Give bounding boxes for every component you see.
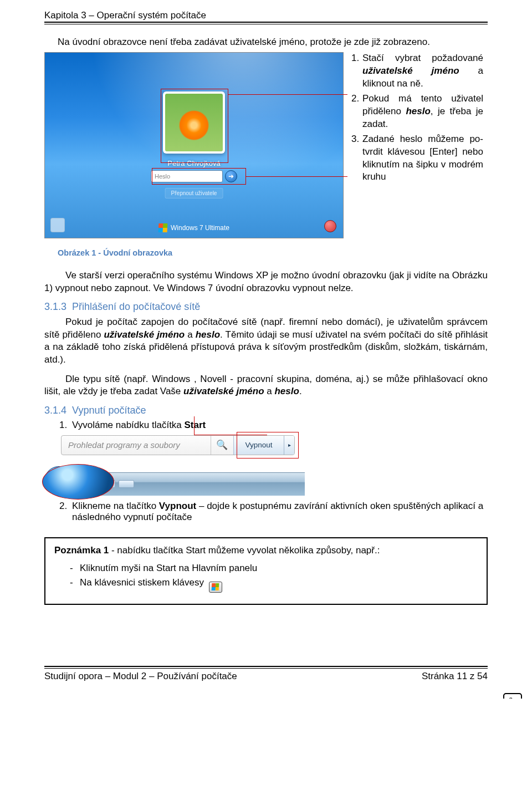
- shutdown-step-2: Klikneme na tlačítko Vypnout – dojde k p…: [70, 501, 488, 523]
- windows-logo-icon: [52, 475, 65, 487]
- taskbar-icon[interactable]: [119, 480, 134, 488]
- password-input[interactable]: Heslo: [151, 170, 223, 182]
- margin-note-icon: ✎: [503, 693, 522, 699]
- paragraph-xp: Ve starší verzi operačního systému Windo…: [44, 269, 488, 294]
- heading-title: Vypnutí počítače: [72, 405, 146, 416]
- page-header: Kapitola 3 – Operační systém počítače: [44, 0, 488, 24]
- heading-314: 3.1.4Vypnutí počítače: [44, 405, 488, 416]
- page-footer: Studijní opora – Modul 2 – Používání poč…: [44, 666, 488, 682]
- pencil-icon: ✎: [508, 695, 518, 699]
- taskbar-icon[interactable]: [81, 480, 96, 488]
- note-title-line: Poznámka 1 - nabídku tlačítka Start může…: [54, 545, 478, 556]
- heading-title: Přihlášení do počítačové sítě: [72, 301, 200, 312]
- start-menu-figure: Prohledat programy a soubory 🔍 Vypnout ▸: [44, 432, 488, 501]
- side-step-2: Pokud má tento uživatel přiděleno heslo,…: [351, 93, 483, 131]
- windows-edition-text: Windows 7 Ultimate: [171, 224, 229, 232]
- windows-logo-icon: [158, 223, 168, 232]
- user-avatar-image: [165, 94, 223, 151]
- user-tile[interactable]: [163, 91, 225, 154]
- header-text: Kapitola 3 – Operační systém počítače: [44, 10, 206, 21]
- note-box: Poznámka 1 - nabídku tlačítka Start může…: [44, 537, 488, 605]
- footer-right: Stránka 11 z 54: [422, 671, 488, 682]
- paragraph-net-2: Dle typu sítě (např. Windows , Novell - …: [44, 373, 488, 398]
- login-username: Petra Chvojková: [167, 159, 220, 167]
- search-placeholder: Prohledat programy a soubory: [68, 440, 180, 450]
- shutdown-split-button: Vypnout ▸: [233, 436, 294, 455]
- header-rule-bold: [44, 22, 488, 23]
- taskbar: [72, 472, 305, 496]
- chevron-right-icon: ▸: [288, 442, 291, 448]
- shutdown-step-list-2: Klikneme na tlačítko Vypnout – dojde k p…: [44, 501, 488, 523]
- header-rule-thin: [44, 24, 488, 24]
- search-icon-cell[interactable]: 🔍: [211, 436, 233, 455]
- intro-paragraph: Na úvodní obrazovce není třeba zadávat u…: [58, 37, 488, 48]
- shutdown-more-button[interactable]: ▸: [284, 436, 294, 455]
- password-placeholder: Heslo: [155, 173, 170, 180]
- heading-num: 3.1.3: [44, 301, 66, 312]
- footer-rule-bold: [44, 666, 488, 667]
- shutdown-step-list: Vyvoláme nabídku tlačítka Start: [44, 420, 488, 431]
- note-item-2: Na klávesnici stiskem klávesy: [70, 577, 478, 593]
- ease-of-access-button[interactable]: [50, 218, 65, 232]
- heading-313: 3.1.3Přihlášení do počítačové sítě: [44, 301, 488, 313]
- submit-arrow-button[interactable]: ➜: [225, 170, 237, 182]
- side-step-3: Zadané heslo můžeme po­tvrdit klávesou […: [351, 133, 483, 184]
- figure-caption: Obrázek 1 - Úvodní obrazovka: [58, 248, 488, 257]
- figure-row: Petra Chvojková Heslo ➜ Přepnout uživate…: [44, 52, 488, 238]
- arrow-right-icon: ➜: [228, 172, 234, 180]
- shutdown-button[interactable]: Vypnout: [234, 436, 284, 455]
- login-screen-bg: Petra Chvojková Heslo ➜ Přepnout uživate…: [44, 52, 344, 238]
- footer-left: Studijní opora – Modul 2 – Používání poč…: [44, 671, 237, 682]
- start-search-input[interactable]: Prohledat programy a soubory: [62, 436, 211, 455]
- windows-key-icon: [209, 582, 222, 593]
- note-bullets: Kliknutím myši na Start na Hlavním panel…: [54, 556, 478, 593]
- login-screenshot: Petra Chvojková Heslo ➜ Přepnout uživate…: [44, 52, 344, 238]
- taskbar-row: [44, 466, 305, 497]
- shutdown-step-1: Vyvoláme nabídku tlačítka Start: [70, 420, 488, 431]
- side-step-list: Stačí vybrat požadované uživatelské jmén…: [344, 52, 483, 186]
- side-step-1: Stačí vybrat požadované uživatelské jmén…: [351, 52, 483, 90]
- note-item-1: Kliknutím myši na Start na Hlavním panel…: [70, 563, 478, 574]
- windows-brand: Windows 7 Ultimate: [158, 223, 229, 232]
- password-row: Heslo ➜: [151, 170, 237, 182]
- search-icon: 🔍: [216, 439, 228, 451]
- taskbar-icon[interactable]: [100, 480, 115, 488]
- power-button[interactable]: [324, 220, 336, 232]
- heading-num: 3.1.4: [44, 405, 66, 416]
- paragraph-net-1: Pokud je počítač zapojen do počítačové s…: [44, 316, 488, 366]
- switch-user-button[interactable]: Přepnout uživatele: [165, 188, 223, 198]
- start-bottom-bar: Prohledat programy a soubory 🔍 Vypnout ▸: [61, 435, 295, 455]
- start-orb-button[interactable]: [44, 466, 73, 495]
